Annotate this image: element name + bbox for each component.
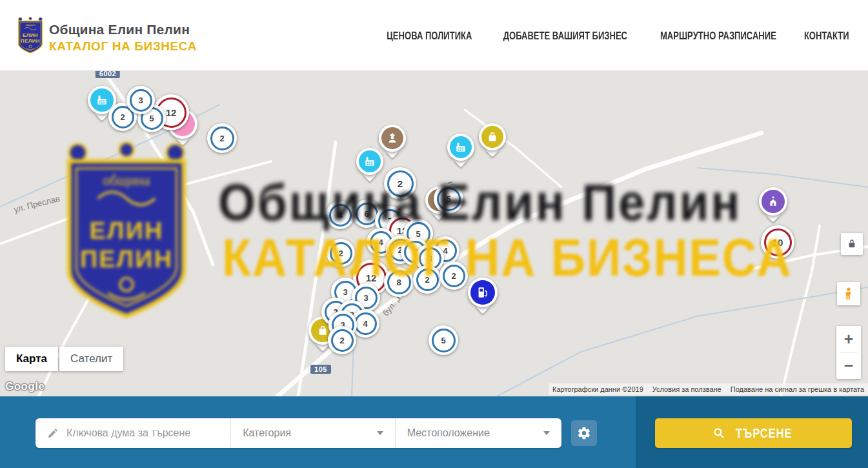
location-select[interactable]: Местоположение xyxy=(396,418,561,448)
cluster-count: 4 xyxy=(443,246,447,256)
attribution-terms-link[interactable]: Условия за ползване xyxy=(652,385,722,393)
map-type-map-button[interactable]: Карта xyxy=(5,347,58,371)
cluster-count: 8 xyxy=(427,254,432,263)
map-cluster[interactable]: 2 xyxy=(207,123,237,153)
map-pin-fuel[interactable] xyxy=(468,278,498,307)
map-lock-button[interactable] xyxy=(841,233,863,255)
cluster-count: 2 xyxy=(120,112,125,122)
search-filter-box: Категория Местоположение xyxy=(35,418,561,448)
chevron-down-icon xyxy=(543,431,550,435)
cluster-count: 6 xyxy=(364,209,368,219)
site-title-block: Община Елин Пелин КАТАЛОГ НА БИЗНЕСА xyxy=(49,21,197,54)
factory-icon xyxy=(359,150,381,172)
page: Община Елин Пелин КАТАЛОГ НА БИЗНЕСА ЦЕН… xyxy=(0,0,868,468)
category-select[interactable]: Категория xyxy=(231,418,394,448)
map-cluster[interactable]: 2 xyxy=(328,326,356,354)
church-icon xyxy=(762,190,785,213)
advanced-search-button[interactable] xyxy=(571,420,597,446)
site-title: Община Елин Пелин xyxy=(49,21,197,37)
header: Община Елин Пелин КАТАЛОГ НА БИЗНЕСА ЦЕН… xyxy=(0,0,868,71)
cluster-count: 12 xyxy=(366,272,377,283)
cluster-count: 3 xyxy=(363,293,368,303)
pencil-icon xyxy=(47,427,59,439)
cluster-count: 3 xyxy=(138,96,143,105)
cluster-count: 5 xyxy=(441,336,445,345)
pin-head xyxy=(356,148,383,175)
cluster-count: 2 xyxy=(425,275,429,285)
lock-icon xyxy=(847,239,857,249)
cluster-count: 2 xyxy=(339,336,344,345)
pin-head xyxy=(479,123,506,150)
cluster-count: 5 xyxy=(149,114,154,123)
cluster-count: 4 xyxy=(378,238,383,247)
keyword-search-input[interactable] xyxy=(66,427,215,439)
nav-contacts[interactable]: КОНТАКТИ xyxy=(804,30,849,41)
map-cluster[interactable]: 10 xyxy=(761,225,794,259)
nav-pricing-policy[interactable]: ЦЕНОВА ПОЛИТИКА xyxy=(387,30,472,41)
chevron-down-icon xyxy=(377,431,383,435)
keyword-segment xyxy=(35,418,230,448)
factory-icon xyxy=(90,88,114,112)
google-logo[interactable]: Google xyxy=(5,380,45,393)
worker-icon xyxy=(381,127,403,149)
map-type-satellite-button[interactable]: Сателит xyxy=(59,347,123,371)
zoom-control: + − xyxy=(836,326,861,379)
cluster-count: 4 xyxy=(363,319,367,329)
cluster-count: 2 xyxy=(219,134,224,143)
pegman-icon xyxy=(842,286,856,301)
pin-head xyxy=(759,187,787,216)
nav-add-your-business[interactable]: ДОБАВЕТЕ ВАШИЯТ БИЗНЕС xyxy=(503,30,627,41)
cluster-count: 4 xyxy=(338,210,342,220)
cluster-count: 8 xyxy=(396,278,401,287)
map-type-control: Карта Сателит xyxy=(5,347,123,371)
site-subtitle: КАТАЛОГ НА БИЗНЕСА xyxy=(49,39,197,54)
shopping-bag-icon xyxy=(481,126,503,148)
search-icon xyxy=(712,427,725,440)
cluster-count: 5 xyxy=(446,194,450,204)
cluster-count: 2 xyxy=(451,271,456,281)
attribution-report-error-link[interactable]: Подаване на сигнал за грешка в картата xyxy=(731,385,864,393)
search-submit-panel: ТЪРСЕНЕ xyxy=(636,396,868,468)
attribution-copyright: Картографски данни ©2019 xyxy=(552,385,643,393)
zoom-in-button[interactable]: + xyxy=(836,326,861,352)
map-markers-layer: 12523225467135422478128223338432510 xyxy=(0,71,868,396)
map-cluster[interactable]: 5 xyxy=(434,184,463,214)
main-nav: ЦЕНОВА ПОЛИТИКА ДОБАВЕТЕ ВАШИЯТ БИЗНЕС М… xyxy=(382,0,852,71)
search-button[interactable]: ТЪРСЕНЕ xyxy=(655,418,852,448)
fuel-icon xyxy=(470,280,495,305)
location-select-label: Местоположение xyxy=(407,427,490,439)
nav-route-schedule[interactable]: МАРШРУТНО РАЗПИСАНИЕ xyxy=(660,30,776,41)
street-view-pegman-button[interactable] xyxy=(837,282,860,305)
map-pin-factory[interactable] xyxy=(356,148,383,175)
map-cluster[interactable]: 2 xyxy=(413,265,441,294)
category-select-label: Категория xyxy=(243,427,291,439)
map-cluster[interactable]: 2 xyxy=(384,167,416,199)
cluster-count: 2 xyxy=(338,249,343,258)
gear-icon xyxy=(577,426,591,440)
map-cluster[interactable]: 4 xyxy=(326,201,354,229)
map-cluster[interactable]: 5 xyxy=(429,325,458,355)
cluster-count: 3 xyxy=(343,287,347,297)
map-attribution: Картографски данни ©2019 Условия за полз… xyxy=(549,383,868,395)
map-pin-shopping-bag[interactable] xyxy=(479,123,506,150)
cluster-count: 12 xyxy=(166,107,177,118)
zoom-out-button[interactable]: − xyxy=(836,353,861,380)
map-cluster[interactable]: 2 xyxy=(439,261,468,290)
map-cluster[interactable]: 2 xyxy=(327,239,355,267)
municipality-logo[interactable] xyxy=(15,16,45,55)
map-canvas[interactable]: 6002 105 ул. Преслав бул. „Новосел ци xyxy=(0,71,868,396)
map-cluster[interactable]: 3 xyxy=(126,86,155,114)
map-pin-church[interactable] xyxy=(759,187,787,216)
pin-head xyxy=(468,278,498,307)
factory-icon xyxy=(450,136,472,158)
search-bar: ТЪРСЕНЕ Категория Местоположение xyxy=(0,396,868,468)
search-button-label: ТЪРСЕНЕ xyxy=(736,425,792,440)
pin-head xyxy=(447,134,474,161)
map-cluster[interactable]: 8 xyxy=(384,267,414,297)
cluster-count: 10 xyxy=(772,237,783,248)
cluster-count: 2 xyxy=(398,178,403,189)
map-pin-factory[interactable] xyxy=(447,134,474,161)
